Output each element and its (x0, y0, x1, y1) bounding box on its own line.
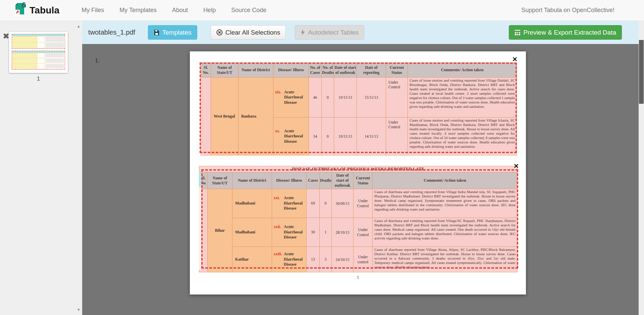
navbar: Tabula My Files My Templates About Help … (0, 0, 644, 21)
page-marker: 1. (95, 57, 100, 64)
preview-export-button[interactable]: Preview & Export Extracted Data (509, 25, 622, 40)
thumb-selection-1 (12, 34, 65, 49)
selection-overlay-2[interactable]: ✕ (201, 169, 518, 269)
circled-x-icon (216, 29, 223, 36)
untinted-body-sliver (199, 187, 201, 270)
nav-item-my-templates[interactable]: My Templates (119, 7, 157, 14)
scrollbar-thumb[interactable] (639, 40, 644, 104)
brand-title: Tabula (30, 5, 59, 16)
lightning-icon (301, 29, 305, 36)
brand[interactable]: Tabula (14, 2, 59, 18)
template-icon (154, 30, 160, 36)
remove-page-icon[interactable]: ✖ (3, 32, 9, 40)
sidebar-scroll-up-icon[interactable]: ▲ (77, 24, 80, 28)
page-thumbnail[interactable] (9, 32, 68, 73)
nav-item-my-files[interactable]: My Files (82, 7, 104, 14)
tabula-logo-icon (14, 2, 26, 18)
document-filename: twotables_1.pdf (88, 29, 135, 36)
vertical-scrollbar[interactable] (639, 21, 644, 315)
close-selection-2-icon[interactable]: ✕ (514, 162, 519, 170)
thumb-selection-2 (12, 51, 65, 70)
autodetect-tables-button: Autodetect Tables (295, 25, 364, 40)
selection-overlay-1[interactable]: ✕ (200, 62, 517, 153)
sidebar-thumbnails: ✖ 1 ▲ ▼ (0, 21, 82, 315)
close-selection-1-icon[interactable]: ✕ (512, 55, 518, 63)
nav-item-about[interactable]: About (172, 7, 188, 14)
nav-links: My Files My Templates About Help Source … (82, 7, 266, 14)
page-thumbnail-number: 1 (9, 76, 68, 82)
spreadsheet-icon (515, 30, 521, 36)
tabula-app: Tabula My Files My Templates About Help … (0, 0, 644, 315)
pdf-page-number: 5 (190, 275, 526, 280)
pdf-page[interactable]: Sl. No. Name of State/UT Name of Distric… (190, 51, 526, 295)
toolbar: twotables_1.pdf Templates Clear All Sele… (82, 21, 639, 44)
nav-item-source-code[interactable]: Source Code (231, 7, 266, 14)
nav-item-help[interactable]: Help (203, 7, 216, 14)
clear-all-selections-button[interactable]: Clear All Selections (211, 25, 286, 40)
sidebar-scroll-down-icon[interactable]: ▼ (77, 308, 80, 312)
support-link[interactable]: Support Tabula on OpenCollective! (521, 7, 614, 14)
document-viewport: 1. Sl. No. Name of State/UT Name of Dist… (82, 44, 639, 315)
templates-button[interactable]: Templates (148, 25, 197, 40)
